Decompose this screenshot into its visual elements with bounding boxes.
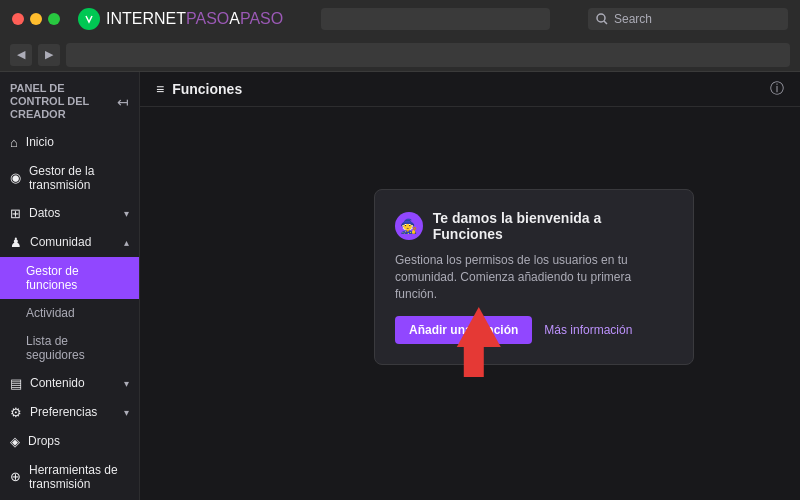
welcome-title: Te damos la bienvenida a Funciones	[433, 210, 673, 242]
welcome-card: 🧙 Te damos la bienvenida a Funciones Ges…	[374, 189, 694, 365]
more-info-link[interactable]: Más información	[544, 323, 632, 337]
address-bar[interactable]	[321, 8, 550, 30]
sidebar-item-inicio[interactable]: ⌂ Inicio	[0, 128, 139, 157]
sidebar-collapse-button[interactable]: ↤	[117, 94, 129, 110]
page-header: ≡ Funciones ⓘ	[140, 72, 800, 107]
chevron-down-icon: ▾	[124, 407, 129, 418]
home-icon: ⌂	[10, 135, 18, 150]
chevron-down-icon: ▾	[124, 378, 129, 389]
forward-button[interactable]: ▶	[38, 44, 60, 66]
nav-bar: ◀ ▶	[0, 38, 800, 72]
avatar: 🧙	[395, 212, 423, 240]
logo-icon	[78, 8, 100, 30]
sidebar-item-contenido[interactable]: ▤ Contenido ▾	[0, 369, 139, 398]
arrow-up-icon	[457, 307, 501, 347]
sidebar-item-label: Gestor de latransmisión	[29, 164, 94, 192]
sidebar-item-label: Contenido	[30, 376, 85, 390]
sidebar-item-datos[interactable]: ⊞ Datos ▾	[0, 199, 139, 228]
sidebar-section-title: PANEL DE CONTROL DELCREADOR	[10, 82, 117, 122]
content-icon: ▤	[10, 376, 22, 391]
sidebar-item-drops[interactable]: ◈ Drops	[0, 427, 139, 456]
search-icon	[596, 13, 608, 25]
tools-icon: ⊕	[10, 469, 21, 484]
sidebar-header: PANEL DE CONTROL DELCREADOR ↤	[0, 72, 139, 128]
close-button[interactable]	[12, 13, 24, 25]
sidebar-item-label: Gestor de funciones	[10, 264, 129, 292]
community-icon: ♟	[10, 235, 22, 250]
page-title: ≡ Funciones	[156, 81, 242, 97]
svg-point-0	[82, 12, 96, 26]
svg-line-2	[604, 21, 607, 24]
sidebar-item-actividad[interactable]: Actividad	[0, 299, 139, 327]
menu-icon: ≡	[156, 81, 164, 97]
sidebar-item-label: Actividad	[26, 306, 75, 320]
search-bar[interactable]: Search	[588, 8, 788, 30]
sidebar-item-label: Inicio	[26, 135, 54, 149]
sidebar-item-gestor-transmision[interactable]: ◉ Gestor de latransmisión	[0, 157, 139, 199]
sidebar-item-lista-seguidores[interactable]: Lista de seguidores	[0, 327, 139, 369]
arrow-annotation	[447, 307, 501, 377]
logo-text: INTERNETPASOAPASO	[106, 10, 283, 28]
search-label: Search	[614, 12, 652, 26]
page-tab[interactable]	[66, 43, 790, 67]
sidebar-item-label: Lista de seguidores	[26, 334, 129, 362]
sidebar-item-label: Preferencias	[30, 405, 97, 419]
main-content: ≡ Funciones ⓘ 🧙 Te damos la bienvenida a…	[140, 72, 800, 500]
logo: INTERNETPASOAPASO	[78, 8, 283, 30]
sidebar-item-label: Drops	[28, 434, 60, 448]
settings-icon: ⚙	[10, 405, 22, 420]
arrow-body	[464, 347, 484, 377]
chevron-up-icon: ▴	[124, 237, 129, 248]
svg-point-1	[597, 14, 605, 22]
title-bar: INTERNETPASOAPASO Search	[0, 0, 800, 38]
maximize-button[interactable]	[48, 13, 60, 25]
sidebar-item-gestor-funciones[interactable]: Gestor de funciones	[0, 257, 139, 299]
stream-icon: ◉	[10, 170, 21, 185]
sidebar-item-comunidad[interactable]: ♟ Comunidad ▴	[0, 228, 139, 257]
back-button[interactable]: ◀	[10, 44, 32, 66]
minimize-button[interactable]	[30, 13, 42, 25]
sidebar-item-herramientas[interactable]: ⊕ Herramientas detransmisión	[0, 456, 139, 498]
chevron-down-icon: ▾	[124, 208, 129, 219]
data-icon: ⊞	[10, 206, 21, 221]
sidebar: PANEL DE CONTROL DELCREADOR ↤ ⌂ Inicio ◉…	[0, 72, 140, 500]
drops-icon: ◈	[10, 434, 20, 449]
welcome-actions: Añadir una función Más información	[395, 316, 673, 344]
main-layout: PANEL DE CONTROL DELCREADOR ↤ ⌂ Inicio ◉…	[0, 72, 800, 500]
sidebar-item-label: Comunidad	[30, 235, 91, 249]
sidebar-item-label: Datos	[29, 206, 60, 220]
info-icon[interactable]: ⓘ	[770, 80, 784, 98]
sidebar-item-preferencias[interactable]: ⚙ Preferencias ▾	[0, 398, 139, 427]
sidebar-item-label: Herramientas detransmisión	[29, 463, 118, 491]
traffic-lights	[12, 13, 60, 25]
welcome-description: Gestiona los permisos de los usuarios en…	[395, 252, 673, 302]
welcome-card-header: 🧙 Te damos la bienvenida a Funciones	[395, 210, 673, 242]
